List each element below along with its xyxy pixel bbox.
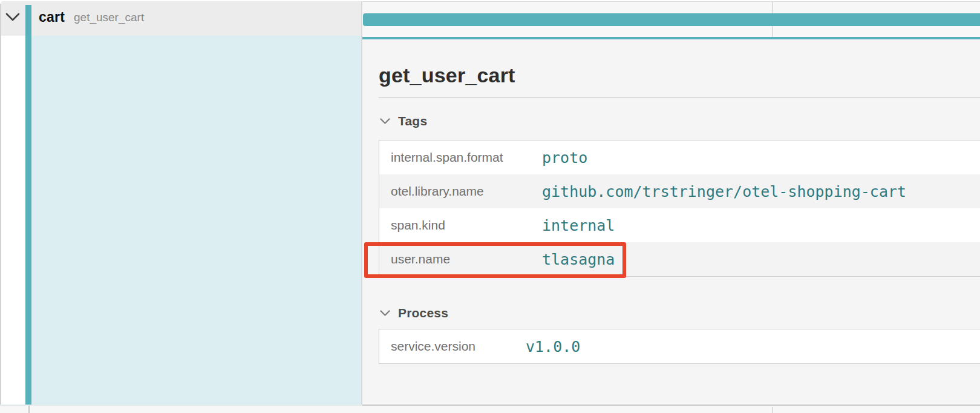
tag-value: tlasagna bbox=[542, 251, 615, 268]
process-table: service.version v1.0.0 bbox=[379, 329, 980, 364]
process-section-label: Process bbox=[398, 306, 448, 320]
tags-section-header[interactable]: Tags bbox=[380, 112, 427, 130]
span-color-bar bbox=[25, 5, 31, 405]
tags-table: internal.span.format proto otel.library.… bbox=[379, 140, 980, 277]
tag-value: github.com/trstringer/otel-shopping-cart bbox=[542, 183, 906, 200]
tag-row: otel.library.name github.com/trstringer/… bbox=[379, 174, 980, 208]
span-detail-title: get_user_cart bbox=[379, 61, 515, 89]
span-row-labels: cart get_user_cart bbox=[39, 0, 144, 35]
page-left-edge-line bbox=[0, 4, 1, 405]
detail-accent-border bbox=[362, 37, 980, 39]
tag-key: user.name bbox=[379, 252, 542, 266]
service-name-label: cart bbox=[39, 9, 65, 25]
tree-indent-guide bbox=[28, 406, 30, 413]
span-duration-bar[interactable] bbox=[363, 13, 980, 26]
process-section-header[interactable]: Process bbox=[380, 304, 448, 322]
tag-key: span.kind bbox=[379, 218, 542, 233]
chevron-down-icon bbox=[380, 118, 390, 125]
chevron-down-icon bbox=[380, 310, 390, 317]
tag-value: proto bbox=[542, 149, 587, 167]
tag-row: span.kind internal bbox=[379, 208, 980, 242]
selected-span-highlight bbox=[31, 36, 361, 405]
operation-name-label: get_user_cart bbox=[74, 11, 144, 24]
span-detail-panel: get_user_cart Tags internal.span.format … bbox=[362, 39, 980, 405]
process-key: service.version bbox=[379, 339, 526, 354]
collapse-chevron-icon[interactable] bbox=[5, 0, 21, 35]
tags-section-label: Tags bbox=[398, 114, 427, 128]
title-divider bbox=[379, 97, 980, 98]
process-row: service.version v1.0.0 bbox=[379, 329, 980, 363]
tag-key: internal.span.format bbox=[379, 150, 542, 165]
tag-row-user-name: user.name tlasagna bbox=[379, 242, 980, 276]
trace-timeline-view: cart get_user_cart get_user_cart Tags in… bbox=[0, 0, 980, 413]
timeline-gridline bbox=[772, 407, 773, 413]
tag-value: internal bbox=[542, 217, 615, 234]
next-span-row-partial bbox=[0, 406, 980, 413]
tag-key: otel.library.name bbox=[379, 184, 542, 199]
process-value: v1.0.0 bbox=[526, 338, 580, 355]
tag-row: internal.span.format proto bbox=[379, 140, 980, 174]
chevron-down-icon bbox=[5, 13, 20, 22]
